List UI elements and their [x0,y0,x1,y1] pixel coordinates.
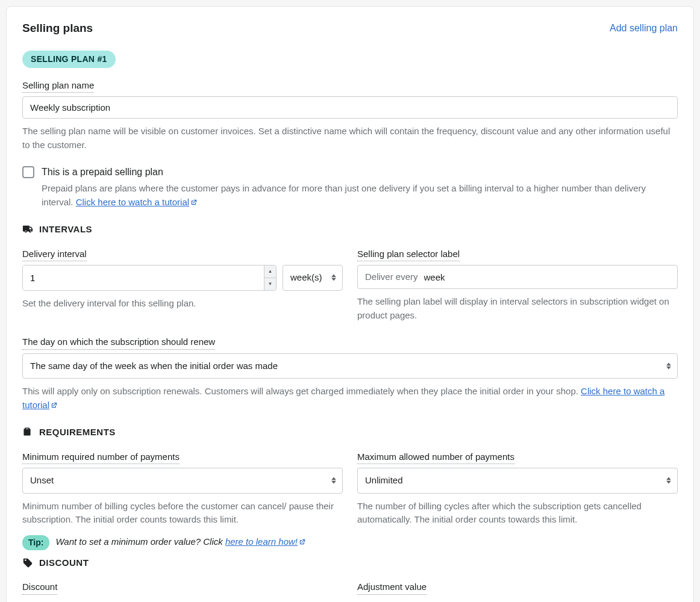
prepaid-help: Prepaid plans are plans where the custom… [42,182,678,209]
plan-name-field: Selling plan name The selling plan name … [22,79,678,152]
spinner-down[interactable]: ▼ [264,278,276,290]
chevron-updown-icon [666,362,671,369]
min-payments-select[interactable]: Unset [22,468,343,494]
selling-plans-card: Selling plans Add selling plan SELLING P… [6,6,694,602]
number-spinners: ▲ ▼ [264,265,276,290]
delivery-interval-number[interactable]: ▲ ▼ [22,265,277,291]
max-payments-help: The number of billing cycles after which… [357,500,678,527]
max-payments-select[interactable]: Unlimited [357,468,678,494]
prepaid-checkbox-row: This is a prepaid selling plan Prepaid p… [22,165,678,209]
discount-section-header: DISCOUNT [22,556,678,570]
selector-label-input[interactable] [424,272,670,282]
renew-day-field: The day on which the subscription should… [22,335,678,412]
max-payments-field: Maximum allowed number of payments Unlim… [357,450,678,527]
adjustment-field: Adjustment value [357,580,678,598]
selector-label-help: The selling plan label will display in i… [357,295,678,322]
card-header: Selling plans Add selling plan [22,20,678,37]
intervals-section-header: INTERVALS [22,223,678,237]
external-link-icon [51,399,58,413]
plan-name-help: The selling plan name will be visible on… [22,125,678,152]
requirements-section-header: REQUIREMENTS [22,426,678,439]
min-payments-help: Minimum number of billing cycles before … [22,500,343,527]
tip-row: Tip: Want to set a minimum order value? … [22,535,678,550]
chevron-updown-icon [331,477,336,484]
chevron-updown-icon [666,477,671,484]
intervals-title: INTERVALS [39,223,92,237]
truck-icon [22,224,33,235]
add-selling-plan-link[interactable]: Add selling plan [610,21,678,36]
discount-label: Discount [22,580,57,595]
discount-field: Discount [22,580,343,598]
delivery-interval-field: Delivery interval ▲ ▼ week(s) [22,247,343,323]
external-link-icon [299,536,306,550]
min-payments-label: Minimum required number of payments [22,450,180,465]
spinner-up[interactable]: ▲ [264,265,276,278]
intervals-row: Delivery interval ▲ ▼ week(s) [22,247,678,323]
prepaid-checkbox[interactable] [22,166,34,178]
selector-label-label: Selling plan selector label [357,247,460,262]
plan-name-label: Selling plan name [22,79,94,93]
tip-link[interactable]: here to learn how! [225,536,306,547]
delivery-interval-label: Delivery interval [22,247,87,262]
plan-name-input[interactable] [22,96,678,119]
renew-day-select[interactable]: The same day of the week as when the ini… [22,353,678,379]
tag-icon [22,557,33,568]
external-link-icon [190,196,198,210]
delivery-unit-select[interactable]: week(s) [283,265,343,291]
adjustment-label: Adjustment value [357,580,427,595]
renew-day-label: The day on which the subscription should… [22,335,215,350]
page-title: Selling plans [22,20,93,37]
delivery-interval-input[interactable] [23,265,264,290]
discount-title: DISCOUNT [39,556,89,570]
renew-day-help: This will apply only on subscription ren… [22,385,678,412]
prepaid-text: This is a prepaid selling plan Prepaid p… [42,165,678,209]
max-payments-label: Maximum allowed number of payments [357,450,514,465]
requirements-title: REQUIREMENTS [39,426,116,439]
plan-number-badge: SELLING PLAN #1 [22,51,116,68]
prepaid-tutorial-link[interactable]: Click here to watch a tutorial [76,197,198,207]
tip-badge: Tip: [22,535,49,550]
clipboard-icon [22,427,33,438]
tip-text: Want to set a minimum order value? Click… [55,535,306,550]
chevron-updown-icon [331,275,336,281]
discount-row: Discount Adjustment value [22,580,678,598]
min-payments-field: Minimum required number of payments Unse… [22,450,343,527]
delivery-interval-help: Set the delivery interval for this selli… [22,297,343,311]
selector-label-field: Selling plan selector label Deliver ever… [357,247,678,323]
selector-label-prefix: Deliver every [365,270,418,284]
prepaid-label: This is a prepaid selling plan [42,165,678,179]
selector-label-input-wrap[interactable]: Deliver every [357,265,678,289]
requirements-row: Minimum required number of payments Unse… [22,450,678,527]
